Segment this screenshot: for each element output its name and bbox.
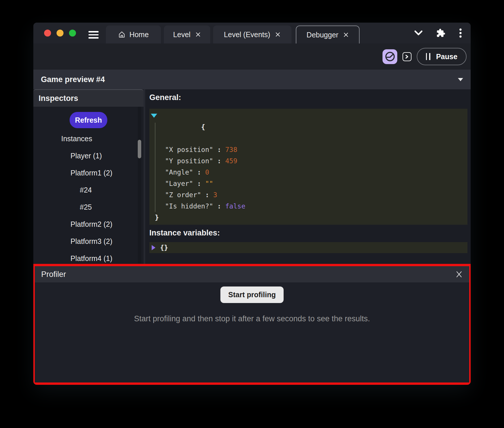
tab-level[interactable]: Level	[164, 26, 210, 43]
json-value: 738	[225, 146, 238, 153]
tree-item-25[interactable]: #25	[33, 199, 144, 216]
tab-home[interactable]: Home	[106, 26, 161, 43]
content-area: Inspectors Refresh Instances Player (1) …	[33, 89, 471, 264]
dropdown-arrow-icon	[458, 78, 463, 81]
instances-tree: Instances Player (1) Platform1 (2) #24 #…	[33, 130, 144, 263]
titlebar: Home Level Level (Events) Debugger	[33, 23, 471, 43]
debugger-toolbar: Pause	[33, 43, 471, 70]
tab-bar: Home Level Level (Events) Debugger	[106, 26, 360, 43]
tab-label: Level	[173, 30, 191, 39]
instance-variables-viewer: {}	[149, 242, 467, 253]
tab-label: Level (Events)	[224, 30, 270, 39]
json-row-layer: "Layer" : ""	[153, 178, 463, 189]
inspectors-title: Inspectors	[39, 94, 78, 103]
tree-item-platform2[interactable]: Platform2 (2)	[33, 216, 144, 233]
inspectors-list: Refresh Instances Player (1) Platform1 (…	[33, 107, 144, 263]
json-value: 0	[205, 168, 209, 176]
instance-variables-value: {}	[160, 244, 168, 251]
inspector-detail-panel: General: { "X position" : 738 "Y positio…	[145, 89, 471, 264]
console-icon	[405, 55, 409, 59]
tab-label: Debugger	[307, 31, 338, 39]
close-window-button[interactable]	[44, 30, 51, 37]
home-icon	[118, 31, 126, 38]
json-value: ""	[205, 180, 213, 187]
sidebar-scrollbar-thumb[interactable]	[138, 140, 141, 158]
expand-triangle-icon[interactable]	[152, 245, 155, 250]
json-row-z-order: "Z order" : 3	[153, 189, 463, 201]
tab-label: Home	[129, 30, 149, 39]
json-close-line: }	[153, 212, 463, 223]
json-value: 459	[225, 157, 238, 165]
kebab-menu-icon[interactable]	[459, 28, 462, 38]
close-icon	[455, 271, 463, 278]
json-row-is-hidden: "Is hidden?" : false	[153, 201, 463, 212]
json-open-line: {	[153, 110, 463, 144]
general-label: General:	[149, 93, 467, 102]
close-icon[interactable]	[275, 32, 281, 37]
profiler-gauge-icon	[384, 51, 396, 62]
sidebar-scrollbar-track[interactable]	[138, 107, 141, 263]
titlebar-right-icons	[414, 23, 462, 43]
close-profiler-button[interactable]	[455, 271, 463, 278]
refresh-button[interactable]: Refresh	[70, 112, 107, 128]
hamburger-menu-icon[interactable]	[88, 31, 99, 39]
profiler-body: Start profiling Start profiling and then…	[35, 282, 469, 323]
json-row-angle: "Angle" : 0	[153, 167, 463, 178]
profiler-title: Profiler	[41, 270, 66, 279]
tab-level-events[interactable]: Level (Events)	[213, 26, 291, 43]
pause-icon	[426, 53, 430, 60]
tree-item-24[interactable]: #24	[33, 182, 144, 199]
maximize-window-button[interactable]	[69, 30, 76, 37]
tree-item-instances[interactable]: Instances	[33, 130, 144, 147]
console-button[interactable]	[403, 52, 411, 61]
collapse-triangle-icon[interactable]	[151, 114, 157, 118]
chevron-down-icon[interactable]	[414, 30, 423, 36]
tree-item-platform4[interactable]: Platform4 (1)	[33, 250, 144, 263]
debugger-window: Home Level Level (Events) Debugger	[33, 23, 471, 385]
pause-label: Pause	[436, 52, 458, 61]
tab-debugger[interactable]: Debugger	[296, 26, 360, 43]
general-json-viewer: { "X position" : 738 "Y position" : 459 …	[149, 109, 467, 225]
minimize-window-button[interactable]	[57, 30, 64, 37]
json-row-y-position: "Y position" : 459	[153, 155, 463, 167]
tree-item-platform1[interactable]: Platform1 (2)	[33, 164, 144, 182]
close-icon[interactable]	[343, 32, 349, 38]
inspectors-sidebar: Inspectors Refresh Instances Player (1) …	[33, 89, 144, 264]
json-value: false	[225, 202, 245, 210]
game-preview-selector[interactable]: Game preview #4	[33, 70, 471, 89]
json-value: 3	[213, 191, 217, 199]
puzzle-icon[interactable]	[436, 28, 445, 38]
pause-button[interactable]: Pause	[417, 48, 467, 65]
instance-variables-label: Instance variables:	[149, 228, 467, 237]
profiler-toggle-button[interactable]	[382, 49, 397, 64]
tree-item-player[interactable]: Player (1)	[33, 147, 144, 164]
start-profiling-button[interactable]: Start profiling	[220, 286, 284, 303]
profiler-panel: Profiler Start profiling Start profiling…	[33, 264, 471, 385]
json-row-x-position: "X position" : 738	[153, 144, 463, 155]
inspectors-header: Inspectors	[33, 89, 144, 107]
close-icon[interactable]	[195, 32, 201, 37]
game-preview-title: Game preview #4	[41, 75, 105, 84]
profiler-header: Profiler	[35, 266, 469, 282]
profiler-message: Start profiling and then stop it after a…	[35, 314, 469, 323]
traffic-lights	[44, 30, 76, 37]
tree-item-platform3[interactable]: Platform3 (2)	[33, 233, 144, 250]
